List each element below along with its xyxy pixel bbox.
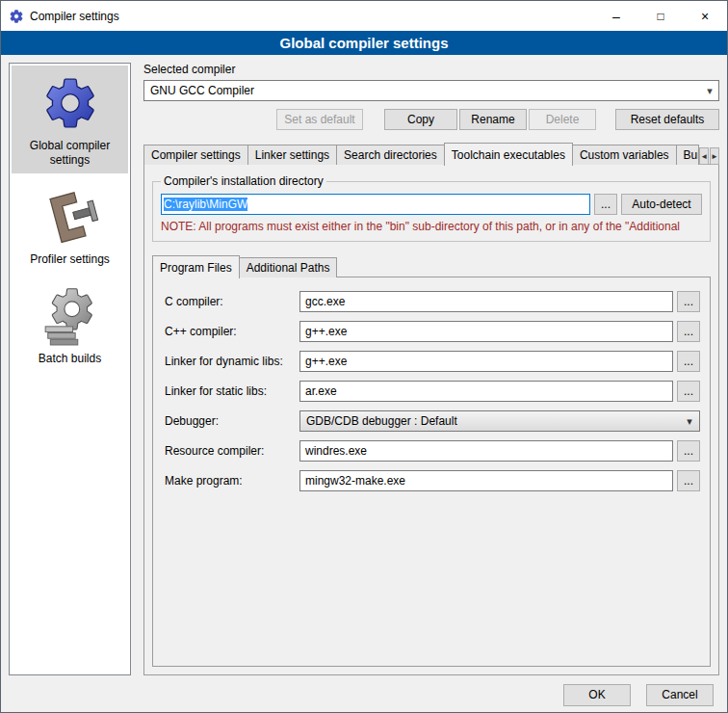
- dynamic-linker-browse-button[interactable]: ...: [677, 351, 700, 372]
- gear-icon: [40, 73, 100, 133]
- compiler-actions: Set as default Copy Rename Delete Reset …: [143, 109, 719, 130]
- compiler-select[interactable]: GNU GCC Compiler ▾: [143, 80, 719, 101]
- rename-button[interactable]: Rename: [459, 109, 527, 130]
- toolchain-executables-panel: Compiler's installation directory C:\ray…: [143, 164, 719, 675]
- minimize-button[interactable]: –: [594, 1, 638, 31]
- settings-tabstrip: Compiler settings Linker settings Search…: [143, 143, 719, 165]
- settings-category-sidebar: Global compiler settings Profiler settin…: [9, 63, 131, 675]
- field-row-debugger: Debugger: GDB/CDB debugger : Default ▾: [165, 410, 700, 432]
- installation-directory-group-label: Compiler's installation directory: [161, 174, 326, 188]
- tab-search-directories[interactable]: Search directories: [336, 145, 445, 165]
- cancel-button[interactable]: Cancel: [646, 684, 714, 706]
- field-row-static-linker: Linker for static libs: ...: [165, 381, 700, 402]
- dialog-footer: OK Cancel: [1, 675, 727, 713]
- sidebar-item-batch-builds[interactable]: Batch builds: [12, 278, 128, 372]
- c-compiler-input[interactable]: [299, 291, 673, 312]
- install-dir-browse-button[interactable]: ...: [594, 194, 617, 215]
- debugger-select-value: GDB/CDB debugger : Default: [306, 414, 680, 428]
- batch-builds-gears-icon: [40, 286, 100, 346]
- tab-scroll-right-icon[interactable]: ►: [710, 147, 719, 165]
- program-files-tabstrip: Program Files Additional Paths: [152, 255, 711, 277]
- chevron-down-icon: ▾: [701, 85, 718, 97]
- field-row-cpp-compiler: C++ compiler: ...: [165, 321, 700, 342]
- dialog-body: Global compiler settings Profiler settin…: [1, 55, 727, 675]
- compiler-select-value: GNU GCC Compiler: [150, 84, 701, 97]
- installation-directory-group: Compiler's installation directory C:\ray…: [152, 174, 711, 242]
- sidebar-item-global-compiler-settings[interactable]: Global compiler settings: [12, 66, 128, 173]
- dynamic-linker-input[interactable]: [299, 351, 673, 372]
- tab-compiler-settings[interactable]: Compiler settings: [143, 145, 248, 165]
- selected-compiler-label: Selected compiler: [143, 63, 719, 76]
- dialog-header-title: Global compiler settings: [1, 31, 727, 55]
- tab-custom-variables[interactable]: Custom variables: [572, 145, 677, 165]
- sidebar-item-profiler-settings[interactable]: Profiler settings: [12, 179, 128, 273]
- debugger-label: Debugger:: [165, 414, 299, 428]
- tab-program-files[interactable]: Program Files: [152, 255, 240, 278]
- profiler-clamp-icon: [40, 187, 100, 247]
- static-linker-label: Linker for static libs:: [165, 384, 299, 398]
- resource-compiler-browse-button[interactable]: ...: [677, 440, 700, 462]
- static-linker-browse-button[interactable]: ...: [677, 381, 700, 402]
- tab-linker-settings[interactable]: Linker settings: [247, 145, 337, 165]
- resource-compiler-input[interactable]: [299, 440, 673, 462]
- field-row-c-compiler: C compiler: ...: [165, 291, 700, 312]
- main-panel: Selected compiler GNU GCC Compiler ▾ Set…: [143, 63, 719, 675]
- field-row-resource-compiler: Resource compiler: ...: [165, 440, 700, 462]
- resource-compiler-label: Resource compiler:: [165, 444, 299, 458]
- c-compiler-label: C compiler:: [165, 295, 299, 308]
- set-as-default-button[interactable]: Set as default: [276, 109, 363, 130]
- delete-button[interactable]: Delete: [529, 109, 596, 130]
- cpp-compiler-browse-button[interactable]: ...: [677, 321, 700, 342]
- install-dir-selected-text: C:\raylib\MinGW: [164, 198, 247, 211]
- make-program-label: Make program:: [165, 474, 299, 488]
- make-program-browse-button[interactable]: ...: [677, 470, 700, 491]
- sidebar-item-label: Batch builds: [39, 352, 101, 366]
- sidebar-item-label: Profiler settings: [30, 252, 110, 267]
- tab-scroll-left-icon[interactable]: ◄: [699, 147, 709, 165]
- chevron-down-icon: ▾: [680, 415, 699, 428]
- window-title: Compiler settings: [30, 10, 594, 23]
- make-program-input[interactable]: [299, 470, 673, 491]
- cpp-compiler-input[interactable]: [299, 321, 673, 342]
- field-row-make-program: Make program: ...: [165, 470, 700, 491]
- dynamic-linker-label: Linker for dynamic libs:: [165, 355, 299, 368]
- sidebar-item-label: Global compiler settings: [13, 139, 126, 168]
- reset-defaults-button[interactable]: Reset defaults: [615, 109, 719, 130]
- cpp-compiler-label: C++ compiler:: [165, 325, 299, 338]
- c-compiler-browse-button[interactable]: ...: [677, 291, 700, 312]
- static-linker-input[interactable]: [299, 381, 673, 402]
- copy-button[interactable]: Copy: [384, 109, 457, 130]
- tab-build-options-truncated[interactable]: Buil: [676, 145, 700, 165]
- field-row-dynamic-linker: Linker for dynamic libs: ...: [165, 351, 700, 372]
- tab-toolchain-executables[interactable]: Toolchain executables: [444, 143, 573, 166]
- install-dir-note: NOTE: All programs must exist either in …: [161, 220, 702, 233]
- close-button[interactable]: ×: [683, 1, 727, 31]
- compiler-settings-window: Compiler settings – □ × Global compiler …: [0, 0, 728, 713]
- install-dir-input[interactable]: C:\raylib\MinGW: [161, 194, 590, 215]
- debugger-select[interactable]: GDB/CDB debugger : Default ▾: [299, 410, 700, 432]
- app-gear-icon: [9, 9, 24, 24]
- ok-button[interactable]: OK: [563, 684, 631, 706]
- tab-additional-paths[interactable]: Additional Paths: [239, 257, 338, 277]
- program-files-panel: C compiler: ... C++ compiler: ... Linker…: [152, 277, 711, 667]
- auto-detect-button[interactable]: Auto-detect: [621, 194, 702, 215]
- window-controls: – □ ×: [594, 1, 727, 31]
- titlebar: Compiler settings – □ ×: [1, 1, 727, 31]
- maximize-button[interactable]: □: [638, 1, 683, 31]
